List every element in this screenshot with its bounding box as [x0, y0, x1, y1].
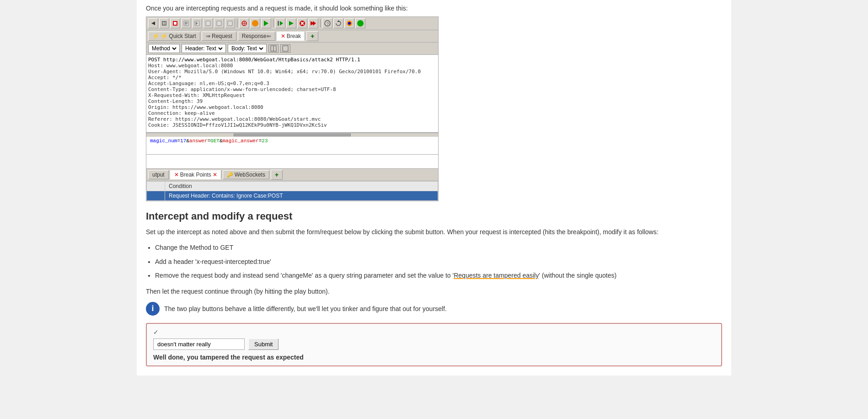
header-select[interactable]: Header: Text	[183, 45, 224, 52]
toolbar-btn-stop[interactable]	[297, 18, 307, 28]
tab-websockets-label: WebSockets	[235, 172, 265, 178]
toolbar-btn-green-circle[interactable]	[355, 18, 365, 28]
svg-rect-34	[283, 46, 288, 51]
tab-plus-bottom[interactable]: +	[271, 170, 283, 180]
req-line-8: Content-Length: 39	[148, 98, 436, 104]
tab-request[interactable]: ⇒ Request	[202, 32, 236, 41]
toolbar-btn-2[interactable]	[159, 18, 169, 28]
svg-point-31	[348, 22, 351, 25]
break-x-icon: ✕	[281, 33, 285, 39]
highlight-text: Requests are tampered easily	[454, 272, 539, 279]
layout-btn-1[interactable]	[268, 44, 279, 53]
query-magic-answer-key: magic_answer	[222, 138, 258, 144]
req-line-5: Accept-Language: nl,en-US;q=0.7,en;q=0.3	[148, 81, 436, 86]
lightning-icon: ⚡	[152, 33, 159, 39]
table-cell-condition: Request Header: Contains: Ignore Case:PO…	[165, 191, 438, 201]
tab-plus[interactable]: +	[306, 31, 318, 41]
submit-form: Submit	[153, 338, 715, 350]
body-select-wrapper[interactable]: Body: Text	[228, 44, 267, 53]
tab-output[interactable]: utput	[148, 170, 169, 179]
bullet-list: Change the Method to GET Add a header 'x…	[155, 242, 722, 280]
toolbar-btn-spider[interactable]	[239, 18, 249, 28]
toolbar-btn-refresh[interactable]	[333, 18, 343, 28]
zap-table-area: Condition Request Header: Contains: Igno…	[146, 181, 438, 201]
toolbar-btn-help[interactable]: ?	[322, 18, 332, 28]
info-icon: i	[146, 302, 160, 316]
tab-response-label: Response⇐	[242, 33, 271, 39]
key-icon: 🔑	[227, 172, 233, 178]
toolbar-divider-2	[273, 19, 273, 27]
toolbar-btn-orange-circle[interactable]	[250, 18, 260, 28]
section-title: Intercept and modify a request	[146, 210, 722, 222]
svg-marker-20	[280, 21, 283, 26]
req-line-4: Accept: */*	[148, 75, 436, 81]
toolbar-btn-4[interactable]	[181, 18, 191, 28]
svg-rect-14	[228, 21, 232, 26]
method-select-wrapper[interactable]: Method GET POST	[148, 44, 180, 53]
submit-button[interactable]: Submit	[248, 338, 279, 350]
scrollbar-area[interactable]	[146, 133, 438, 136]
svg-text:?: ?	[327, 21, 329, 26]
query-line: magic_num=17&answer=GET&magic_answer=23	[148, 137, 436, 145]
header-select-wrapper[interactable]: Header: Text	[182, 44, 226, 53]
section-para2: Then let the request continue through (b…	[146, 286, 722, 296]
break-x-icon-3: ✕	[213, 172, 217, 178]
toolbar-btn-step-into[interactable]	[275, 18, 285, 28]
bullet-item-3: Remove the request body and instead send…	[155, 270, 722, 280]
toolbar-btn-7[interactable]	[214, 18, 224, 28]
toolbar-btn-8[interactable]	[225, 18, 235, 28]
zap-request-area: POST http://www.webgoat.local:8080/WebGo…	[146, 55, 438, 133]
svg-marker-18	[264, 21, 268, 26]
success-message: Well done, you tampered the request as e…	[153, 354, 715, 361]
req-line-12: Cookie: JSESSIONID=FffzoV1JI1wQ12KEkP9u0…	[148, 122, 436, 128]
svg-marker-0	[151, 21, 155, 25]
check-mark: ✓	[153, 328, 715, 336]
table-cell-col1	[147, 191, 165, 201]
method-select[interactable]: Method GET POST	[150, 45, 178, 52]
tab-response[interactable]: Response⇐	[238, 32, 275, 41]
intro-text: Once you are intercepting requests and a…	[146, 5, 722, 12]
req-line-1: POST http://www.webgoat.local:8080/WebGo…	[148, 57, 436, 63]
section-para1: Set up the intercept as noted above and …	[146, 227, 722, 237]
toolbar-btn-play[interactable]	[286, 18, 296, 28]
req-line-10: Connection: keep-alive	[148, 110, 436, 116]
zap-tool-container: ? ⚡ ⚡ Quick Start ⇒ Reque	[146, 16, 439, 201]
svg-rect-19	[278, 21, 279, 26]
tab-quick-start[interactable]: ⚡ ⚡ Quick Start	[148, 32, 200, 41]
plus-icon-bottom: +	[275, 171, 279, 178]
body-select[interactable]: Body: Text	[230, 45, 265, 52]
req-line-3: User-Agent: Mozilla/5.0 (Windows NT 10.0…	[148, 69, 436, 75]
toolbar-btn-skip[interactable]	[308, 18, 318, 28]
toolbar-btn-5[interactable]	[192, 18, 202, 28]
req-line-9: Origin: https://www.webgoat.local:8080	[148, 104, 436, 110]
toolbar-btn-back[interactable]	[148, 18, 158, 28]
svg-rect-4	[174, 22, 177, 25]
tab-break[interactable]: ✕ Break	[277, 32, 305, 41]
query-answer-key: answer	[189, 138, 208, 144]
bullet-item-1: Change the Method to GET	[155, 242, 722, 252]
submit-input[interactable]	[153, 338, 245, 350]
toolbar-divider-1	[237, 19, 237, 27]
query-area: magic_num=17&answer=GET&magic_answer=23	[146, 136, 438, 155]
break-x-icon-2: ✕	[174, 172, 179, 178]
toolbar-btn-6[interactable]	[203, 18, 213, 28]
tab-websockets[interactable]: 🔑 WebSockets	[223, 170, 269, 179]
tab-break-points[interactable]: ✕ Break Points ✕	[170, 170, 221, 179]
tab-request-label: ⇒ Request	[206, 33, 232, 39]
layout-btn-2[interactable]	[280, 44, 290, 53]
toolbar-btn-firefox[interactable]	[344, 18, 354, 28]
query-magic-num: magic_num	[150, 138, 177, 144]
req-line-6: Content-Type: application/x-www-form-url…	[148, 86, 436, 92]
info-box: i The two play buttons behave a little d…	[146, 302, 722, 316]
req-line-2: Host: www.webgoat.local:8080	[148, 63, 436, 69]
req-line-7: X-Requested-With: XMLHttpRequest	[148, 92, 436, 98]
svg-rect-12	[206, 21, 210, 26]
toolbar-btn-11[interactable]	[261, 18, 271, 28]
toolbar-btn-3[interactable]	[170, 18, 180, 28]
toolbar-divider-3	[320, 19, 321, 27]
query-magic-num-val: 17	[180, 138, 186, 144]
table-row[interactable]: Request Header: Contains: Ignore Case:PO…	[147, 191, 438, 201]
tab-break-label: Break	[287, 33, 301, 39]
zap-tabs-row-1: ⚡ ⚡ Quick Start ⇒ Request Response⇐ ✕ Br…	[146, 30, 438, 43]
submit-box: ✓ Submit Well done, you tampered the req…	[146, 323, 722, 366]
